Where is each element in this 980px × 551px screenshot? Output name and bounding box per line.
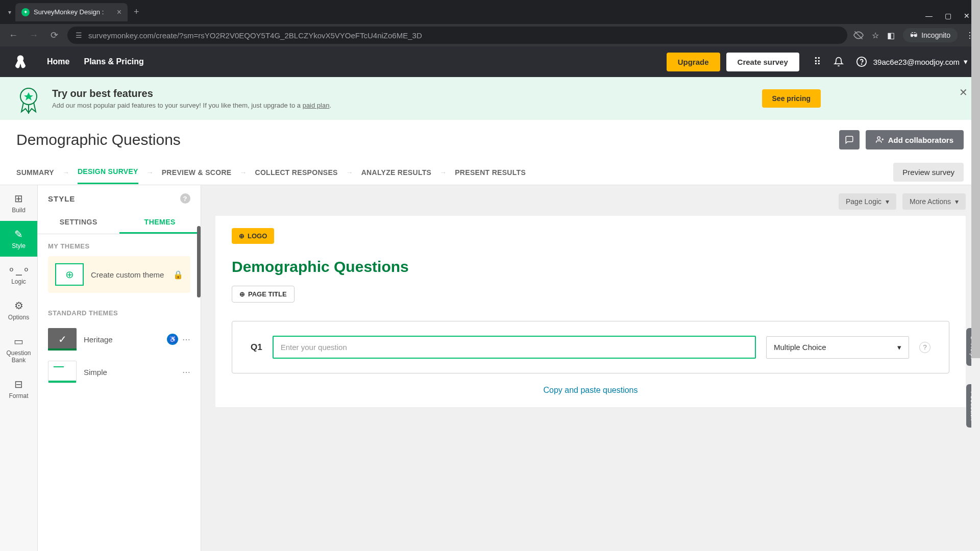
back-button[interactable]: ← (6, 28, 20, 42)
add-user-icon (876, 136, 884, 144)
arrow-icon: → (439, 168, 447, 177)
bookmark-icon[interactable]: ☆ (872, 31, 879, 40)
more-actions-dropdown[interactable]: More Actions ▾ (902, 193, 966, 210)
chevron-down-icon: ▾ (886, 197, 889, 206)
svg-point-2 (861, 64, 862, 64)
format-icon: ⊟ (14, 378, 23, 390)
chevron-down-icon: ▾ (897, 343, 901, 352)
brush-icon: ✎ (14, 228, 23, 240)
survey-preview-title[interactable]: Demographic Questions (232, 258, 949, 276)
style-tab-themes[interactable]: THEMES (119, 212, 201, 234)
tab-search-dropdown[interactable]: ▾ (4, 9, 15, 16)
question-card-q1: Q1 Multiple Choice ▾ ? (232, 321, 949, 373)
plus-icon: ⊕ (55, 263, 84, 286)
rail-logic[interactable]: ⚬⎯⚬ Logic (0, 257, 37, 292)
preview-survey-button[interactable]: Preview survey (893, 163, 964, 182)
heritage-swatch: ✓ (48, 328, 77, 350)
notifications-icon[interactable] (834, 56, 844, 67)
lock-icon: 🔒 (173, 270, 183, 280)
forward-button: → (27, 28, 41, 42)
tab-analyze-results[interactable]: ANALYZE RESULTS (361, 161, 432, 184)
apps-grid-icon[interactable]: ⠿ (814, 56, 821, 68)
svg-marker-4 (24, 92, 33, 101)
tab-title: SurveyMonkey Design : (34, 8, 104, 16)
nav-plans-pricing[interactable]: Plans & Pricing (84, 57, 143, 66)
browser-tab-strip: ▾ ✦ SurveyMonkey Design : × + — ▢ ✕ (0, 0, 980, 24)
reload-button[interactable]: ⟳ (47, 28, 61, 42)
comments-button[interactable] (839, 130, 860, 149)
survey-title-bar: Demographic Questions Add collaborators (0, 120, 980, 160)
question-help-icon[interactable]: ? (919, 342, 930, 353)
accessibility-icon[interactable]: ♿ (167, 334, 178, 345)
theme-simple[interactable]: Simple ⋯ (48, 356, 190, 388)
chevron-down-icon: ▾ (955, 197, 959, 206)
survey-canvas: Page Logic ▾ More Actions ▾ ⊕ LOGO Demog… (201, 185, 980, 551)
incognito-badge[interactable]: 🕶 Incognito (903, 28, 958, 42)
rail-format[interactable]: ⊟ Format (0, 371, 37, 407)
new-tab-button[interactable]: + (128, 7, 145, 17)
promo-banner: Try our best features Add our most popul… (0, 77, 980, 120)
rail-style[interactable]: ✎ Style (0, 221, 37, 257)
create-survey-button[interactable]: Create survey (726, 53, 799, 71)
arrow-icon: → (239, 168, 247, 177)
simple-swatch (48, 361, 77, 383)
surveymonkey-favicon: ✦ (21, 8, 30, 16)
logic-icon: ⚬⎯⚬ (7, 264, 31, 276)
tab-preview-score[interactable]: PREVIEW & SCORE (162, 161, 232, 184)
maximize-icon[interactable]: ▢ (945, 12, 951, 20)
panel-scrollbar[interactable] (197, 226, 201, 297)
ribbon-badge-icon (16, 86, 41, 111)
tab-present-results[interactable]: PRESENT RESULTS (455, 161, 526, 184)
page-scrollbar[interactable] (971, 0, 980, 551)
minimize-icon[interactable]: — (925, 12, 933, 20)
question-type-dropdown[interactable]: Multiple Choice ▾ (766, 336, 909, 359)
create-custom-theme-card[interactable]: ⊕ Create custom theme 🔒 (48, 256, 190, 293)
arrow-icon: → (346, 168, 353, 177)
survey-title[interactable]: Demographic Questions (16, 131, 181, 148)
plus-circle-icon: ⊕ (239, 290, 245, 298)
copy-paste-questions-link[interactable]: Copy and paste questions (232, 386, 949, 395)
rail-build[interactable]: ⊞ Build (0, 185, 37, 221)
rail-question-bank[interactable]: ▭ Question Bank (0, 328, 37, 371)
more-icon[interactable]: ⋯ (182, 367, 190, 377)
paid-plan-link[interactable]: paid plan (303, 102, 330, 109)
style-tab-settings[interactable]: SETTINGS (38, 212, 119, 234)
promo-subtitle: Add our most popular paid features to yo… (52, 102, 331, 109)
url-text: surveymonkey.com/create/?sm=rsYO2R2V0EQO… (88, 31, 422, 40)
arrow-icon: → (146, 168, 154, 177)
style-panel-title: STYLE (48, 194, 75, 203)
tab-design-survey[interactable]: DESIGN SURVEY (78, 160, 138, 184)
tab-collect-responses[interactable]: COLLECT RESPONSES (255, 161, 337, 184)
more-icon[interactable]: ⋯ (182, 335, 190, 344)
close-promo-icon[interactable]: ✕ (959, 86, 968, 98)
user-menu[interactable]: 39ac6e23@moodjoy.com ▾ (873, 57, 968, 66)
site-settings-icon[interactable]: ☰ (76, 31, 82, 39)
theme-heritage[interactable]: ✓ Heritage ♿ ⋯ (48, 323, 190, 356)
address-bar[interactable]: ☰ surveymonkey.com/create/?sm=rsYO2R2V0E… (67, 27, 847, 44)
tracking-blocked-icon[interactable] (853, 30, 864, 40)
add-logo-button[interactable]: ⊕ LOGO (232, 228, 274, 244)
rail-options[interactable]: ⚙ Options (0, 292, 37, 328)
promo-title: Try our best features (52, 88, 331, 99)
close-window-icon[interactable]: ✕ (964, 12, 970, 20)
nav-home[interactable]: Home (47, 57, 69, 66)
add-collaborators-button[interactable]: Add collaborators (866, 130, 964, 149)
sliders-icon: ⚙ (14, 299, 23, 312)
incognito-icon: 🕶 (910, 31, 917, 39)
help-icon[interactable] (856, 56, 867, 67)
question-text-input[interactable] (273, 336, 756, 359)
browser-tab-active[interactable]: ✦ SurveyMonkey Design : × (15, 3, 128, 21)
style-help-icon[interactable]: ? (180, 193, 190, 204)
page-logic-dropdown[interactable]: Page Logic ▾ (839, 193, 896, 210)
tab-summary[interactable]: SUMMARY (16, 161, 54, 184)
build-icon: ⊞ (14, 192, 23, 205)
see-pricing-button[interactable]: See pricing (762, 89, 821, 108)
upgrade-button[interactable]: Upgrade (667, 53, 720, 71)
close-tab-icon[interactable]: × (117, 8, 121, 17)
my-themes-label: MY THEMES (48, 242, 190, 250)
add-page-title-button[interactable]: ⊕ PAGE TITLE (232, 286, 295, 303)
surveymonkey-logo[interactable] (12, 54, 29, 70)
side-rail: ⊞ Build ✎ Style ⚬⎯⚬ Logic ⚙ Options ▭ Qu… (0, 185, 38, 551)
scrollbar-thumb[interactable] (971, 0, 980, 358)
side-panel-icon[interactable]: ◧ (887, 31, 895, 40)
